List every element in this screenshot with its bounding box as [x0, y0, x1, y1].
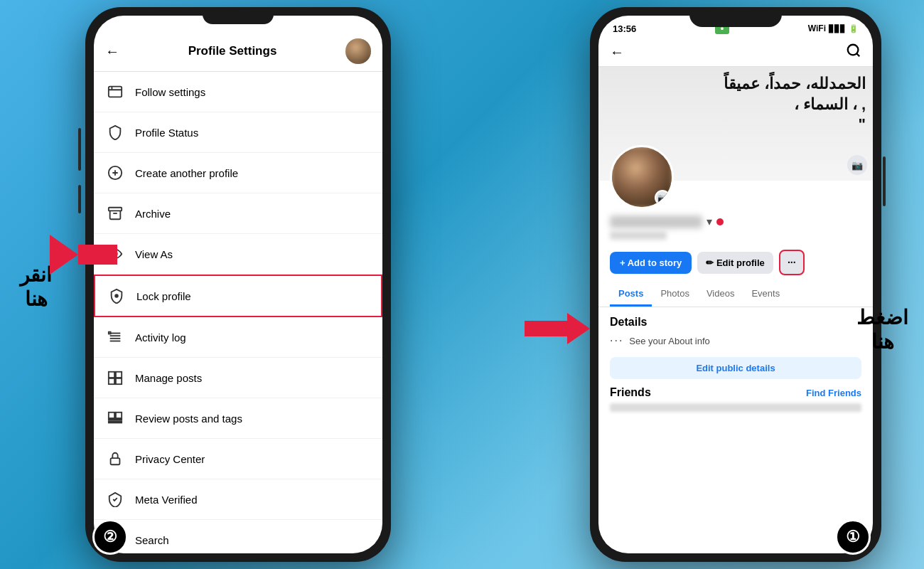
create-profile-icon [105, 163, 125, 183]
tab-posts[interactable]: Posts [610, 282, 652, 307]
settings-title: Profile Settings [188, 44, 277, 58]
svg-point-28 [848, 45, 859, 55]
menu-item-follow-settings[interactable]: Follow settings [94, 72, 382, 112]
profile-search-button[interactable] [846, 43, 861, 62]
profile-avatar-section: 📷 [598, 145, 873, 209]
profile-nav-bar: ← [598, 38, 873, 67]
avatar-camera-icon[interactable]: 📷 [655, 190, 670, 206]
phone-left-screen: ← Profile Settings Follow settings [94, 16, 382, 553]
svg-rect-17 [109, 378, 114, 384]
arrow-left-head [50, 235, 78, 275]
svg-rect-15 [109, 372, 114, 378]
label-left-text: انقر هنا [20, 264, 52, 310]
circle-number-1: ① [835, 519, 871, 555]
status-bar-time: 13:56 [613, 23, 636, 34]
phone-side-button-3 [883, 156, 886, 206]
svg-rect-16 [116, 372, 122, 378]
profile-tabs: Posts Photos Videos Events [598, 282, 873, 307]
arrow-to-dots-head [567, 313, 590, 344]
meta-verified-label: Meta Verified [135, 494, 198, 506]
phone-right-screen: 13:56 ● WiFi ▊▊▊ 🔋 ← الحمدلله، ح [598, 16, 873, 553]
about-info-text: See your About info [629, 336, 709, 346]
settings-menu-list: Follow settings Profile Status [94, 72, 382, 553]
profile-name-chevron[interactable]: ▾ [707, 215, 712, 228]
profile-back-button[interactable]: ← [610, 44, 624, 60]
about-info-row: ··· See your About info [610, 334, 861, 347]
three-dots-button[interactable]: ··· [779, 250, 805, 275]
edit-public-details-button[interactable]: Edit public details [610, 357, 861, 379]
profile-name-blurred [610, 216, 702, 228]
tab-photos[interactable]: Photos [652, 282, 697, 307]
phone-side-button-2 [78, 185, 81, 213]
phone-right: 13:56 ● WiFi ▊▊▊ 🔋 ← الحمدلله، ح [590, 7, 881, 562]
details-title: Details [610, 316, 861, 329]
activity-log-icon [105, 327, 125, 347]
menu-item-search[interactable]: Search [94, 520, 382, 553]
label-right-arabic: اضغط هنا [856, 306, 908, 353]
tab-events[interactable]: Events [743, 282, 788, 307]
menu-item-activity-log[interactable]: Activity log [94, 317, 382, 358]
svg-rect-18 [116, 378, 122, 384]
lock-profile-label: Lock profile [136, 290, 191, 302]
profile-status-icon [105, 122, 125, 142]
profile-avatar: 📷 [610, 145, 674, 209]
meta-verified-icon [105, 489, 125, 509]
svg-rect-19 [109, 413, 114, 418]
svg-rect-14 [109, 332, 111, 334]
label-right-text: اضغط هنا [856, 307, 908, 353]
view-as-label: View As [135, 248, 173, 260]
svg-rect-22 [109, 422, 122, 423]
menu-item-review-posts[interactable]: Review posts and tags [94, 398, 382, 439]
menu-item-view-as[interactable]: View As [94, 234, 382, 275]
menu-item-archive[interactable]: Archive [94, 193, 382, 234]
svg-line-29 [856, 53, 859, 56]
svg-rect-20 [116, 413, 122, 418]
settings-back-button[interactable]: ← [105, 43, 119, 60]
menu-item-meta-verified[interactable]: Meta Verified [94, 479, 382, 520]
menu-item-privacy-center[interactable]: Privacy Center [94, 439, 382, 479]
profile-status-label: Profile Status [135, 127, 198, 139]
activity-log-label: Activity log [135, 331, 186, 344]
find-friends-link[interactable]: Find Friends [806, 388, 861, 398]
svg-rect-21 [109, 419, 122, 420]
review-posts-label: Review posts and tags [135, 413, 242, 425]
menu-item-manage-posts[interactable]: Manage posts [94, 358, 382, 398]
svg-rect-0 [109, 87, 122, 97]
search-label: Search [135, 534, 169, 546]
settings-avatar-image [345, 38, 371, 64]
phone-side-button-1 [78, 128, 81, 171]
friends-title: Friends [610, 386, 651, 399]
label-left-arabic: انقر هنا [20, 263, 52, 311]
friends-row: Friends Find Friends [610, 386, 861, 399]
tab-videos[interactable]: Videos [698, 282, 743, 307]
signal-icon: ▊▊▊ [829, 25, 846, 33]
arrow-left-body [78, 245, 117, 265]
profile-action-buttons: + Add to story ✏ Edit profile ··· [598, 243, 873, 282]
privacy-center-icon [105, 449, 125, 469]
profile-notification-dot [716, 218, 724, 225]
menu-item-create-profile[interactable]: Create another profile [94, 153, 382, 193]
circle-1-label: ① [846, 528, 860, 546]
svg-rect-23 [111, 458, 120, 464]
status-bar-icons: WiFi ▊▊▊ 🔋 [808, 23, 859, 33]
cover-arabic-text: الحمدلله، حمداً، عميقاً، السماء ، ," [724, 74, 866, 135]
phone-left-notch [203, 7, 274, 24]
edit-profile-button[interactable]: ✏ Edit profile [697, 252, 773, 274]
menu-item-lock-profile[interactable]: Lock profile [94, 275, 382, 317]
profile-name-section: ▾ [598, 209, 873, 243]
menu-item-profile-status[interactable]: Profile Status [94, 112, 382, 153]
arrow-left [50, 235, 117, 275]
profile-subtitle-blurred [610, 231, 667, 240]
create-profile-label: Create another profile [135, 167, 238, 179]
arrow-to-dots-body [525, 321, 567, 336]
phone-right-notch [689, 7, 782, 27]
wifi-icon: WiFi [808, 23, 826, 33]
settings-avatar [345, 38, 371, 64]
review-posts-icon [105, 408, 125, 428]
add-to-story-button[interactable]: + Add to story [610, 252, 692, 274]
manage-posts-label: Manage posts [135, 372, 202, 384]
circle-number-2: ② [92, 519, 128, 555]
follow-settings-label: Follow settings [135, 86, 205, 98]
privacy-center-label: Privacy Center [135, 453, 205, 465]
profile-name-row: ▾ [610, 215, 861, 228]
